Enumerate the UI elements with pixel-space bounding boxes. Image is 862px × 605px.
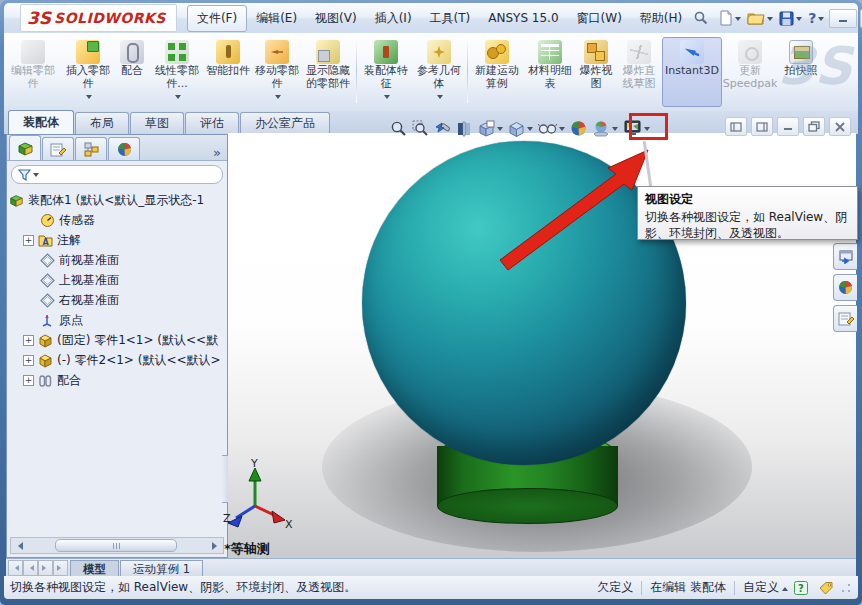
new-document-icon[interactable] xyxy=(717,8,743,28)
tab-evaluate[interactable]: 评估 xyxy=(185,112,239,134)
status-custom[interactable]: 自定义 xyxy=(743,579,779,596)
assembly-features-icon xyxy=(374,40,398,64)
apply-scene-icon[interactable] xyxy=(590,118,620,139)
filter-dropdown-arrow xyxy=(33,173,39,180)
close-document-icon[interactable] xyxy=(829,117,851,136)
configurationmanager-tab[interactable] xyxy=(75,137,107,160)
expand-icon[interactable]: + xyxy=(23,375,34,386)
tree-item-part1[interactable]: + (固定) 零件1<1> (默认<<默 xyxy=(9,330,227,350)
expand-icon[interactable]: + xyxy=(23,235,34,246)
assembly-icon xyxy=(9,193,24,208)
assembly-features-button[interactable]: 装配体特征 xyxy=(359,37,413,107)
appearances-tab[interactable] xyxy=(108,137,140,160)
show-hidden-components-button[interactable]: 显示隐藏的零部件 xyxy=(302,37,354,107)
expand-icon[interactable]: + xyxy=(23,355,34,366)
menu-edit[interactable]: 编辑(E) xyxy=(247,6,306,31)
tree-item-right-plane[interactable]: 右视基准面 xyxy=(9,290,227,310)
update-speedpak-icon xyxy=(738,40,762,64)
plane-icon xyxy=(40,273,55,288)
search-icon[interactable] xyxy=(691,8,711,28)
pane-left-icon[interactable] xyxy=(725,117,747,136)
status-message: 切换各种视图设定，如 RealView、阴影、环境封闭、及透视图。 xyxy=(10,579,356,596)
show-hidden-components-icon xyxy=(316,40,340,64)
menu-help[interactable]: 帮助(H) xyxy=(631,6,691,31)
minimize-icon[interactable] xyxy=(829,9,857,28)
help-icon[interactable]: ? xyxy=(806,8,826,28)
tree-item-top-plane[interactable]: 上视基准面 xyxy=(9,270,227,290)
prev-tab-icon[interactable] xyxy=(23,560,38,576)
smart-fasteners-button[interactable]: 智能扣件 xyxy=(204,37,252,107)
tree-item-front-plane[interactable]: 前视基准面 xyxy=(9,250,227,270)
menu-view[interactable]: 视图(V) xyxy=(306,6,366,31)
edit-component-button[interactable]: 编辑零部件 xyxy=(4,37,62,107)
tree-item-sensors[interactable]: 传感器 xyxy=(9,210,227,230)
custom-properties-icon[interactable] xyxy=(833,305,857,332)
update-speedpak-button[interactable]: 更新 Speedpak xyxy=(722,37,778,107)
file-explorer-icon[interactable] xyxy=(833,243,857,270)
menu-file[interactable]: 文件(F) xyxy=(187,5,247,32)
quick-access-toolbar: ? xyxy=(717,8,826,28)
tree-root-assembly[interactable]: 装配体1 (默认<默认_显示状态-1 xyxy=(9,190,227,210)
menu-ansys[interactable]: ANSYS 15.0 xyxy=(479,7,567,29)
tree-item-part2[interactable]: + (-) 零件2<1> (默认<<默认> xyxy=(9,350,227,370)
explode-line-sketch-button[interactable]: 爆炸直线草图 xyxy=(616,37,662,107)
tab-office-products[interactable]: 办公室产品 xyxy=(240,112,330,134)
next-tab-icon[interactable] xyxy=(38,560,53,576)
view-orientation-icon[interactable] xyxy=(475,118,505,139)
panel-horizontal-scrollbar[interactable] xyxy=(10,537,224,554)
bill-of-materials-button[interactable]: 材料明细表 xyxy=(524,37,576,107)
tree-item-origin[interactable]: 原点 xyxy=(9,310,227,330)
scroll-right-icon[interactable] xyxy=(209,539,223,552)
zoom-to-area-icon[interactable] xyxy=(410,118,431,139)
appearances-scenes-icon[interactable] xyxy=(833,274,857,301)
tab-layout[interactable]: 布局 xyxy=(75,112,129,134)
orientation-triad: Y Z X xyxy=(222,458,294,532)
tab-assembly[interactable]: 装配体 xyxy=(8,110,74,134)
tree-filter-input[interactable] xyxy=(11,165,223,184)
move-component-button[interactable]: 移动零部件 xyxy=(252,37,302,107)
menu-tools[interactable]: 工具(T) xyxy=(421,6,480,31)
linear-pattern-button[interactable]: 线性零部件... xyxy=(150,37,204,107)
scroll-left-icon[interactable] xyxy=(11,539,25,552)
panel-tabs-overflow-chevron[interactable]: » xyxy=(213,145,221,160)
propertymanager-icon xyxy=(50,142,66,157)
section-view-icon[interactable] xyxy=(454,118,474,139)
base-cylinder-bottom[interactable] xyxy=(437,488,618,524)
open-icon[interactable] xyxy=(745,9,775,28)
zoom-to-fit-icon[interactable] xyxy=(388,118,409,139)
save-icon[interactable] xyxy=(777,9,804,28)
first-tab-icon[interactable] xyxy=(8,560,23,576)
status-bar: 切换各种视图设定，如 RealView、阴影、环境封闭、及透视图。 欠定义 在编… xyxy=(4,576,858,599)
display-style-icon[interactable] xyxy=(506,118,535,139)
mate-button[interactable]: 配合 xyxy=(114,37,150,107)
pane-right-icon[interactable] xyxy=(751,117,773,136)
reference-geometry-button[interactable]: 参考几何体 xyxy=(413,37,465,107)
menu-insert[interactable]: 插入(I) xyxy=(366,6,421,31)
tab-model[interactable]: 模型 xyxy=(70,560,119,577)
menu-window[interactable]: 窗口(W) xyxy=(568,6,631,31)
hide-show-items-icon[interactable] xyxy=(536,119,567,137)
tree-item-annotations[interactable]: + A 注解 xyxy=(9,230,227,250)
help-hint-icon[interactable]: ? xyxy=(794,581,808,595)
edit-appearance-icon[interactable] xyxy=(568,118,589,139)
minimize-document-icon[interactable] xyxy=(777,117,799,136)
custom-dropdown-icon[interactable] xyxy=(782,584,788,591)
edit-component-icon xyxy=(21,40,45,64)
propertymanager-tab[interactable] xyxy=(42,137,74,160)
expand-icon[interactable]: + xyxy=(23,335,34,346)
tag-icon[interactable] xyxy=(818,581,834,595)
last-tab-icon[interactable] xyxy=(53,560,68,576)
insert-component-button[interactable]: 插入零部件 xyxy=(62,37,114,107)
previous-view-icon[interactable] xyxy=(432,118,453,139)
instant3d-button[interactable]: Instant3D xyxy=(662,37,722,107)
new-motion-study-button[interactable]: 新建运动算例 xyxy=(470,37,524,107)
scrollbar-thumb[interactable] xyxy=(55,539,177,552)
restore-document-icon[interactable] xyxy=(803,117,825,136)
exploded-view-button[interactable]: 爆炸视图 xyxy=(576,37,616,107)
resize-grip[interactable] xyxy=(840,582,852,594)
tab-motion-study-1[interactable]: 运动算例 1 xyxy=(120,560,203,577)
tab-sketch[interactable]: 草图 xyxy=(130,112,184,134)
dassault-watermark: 3S xyxy=(778,36,852,96)
featuremanager-tab[interactable] xyxy=(9,135,41,160)
tree-item-mates[interactable]: + 配合 xyxy=(9,370,227,390)
